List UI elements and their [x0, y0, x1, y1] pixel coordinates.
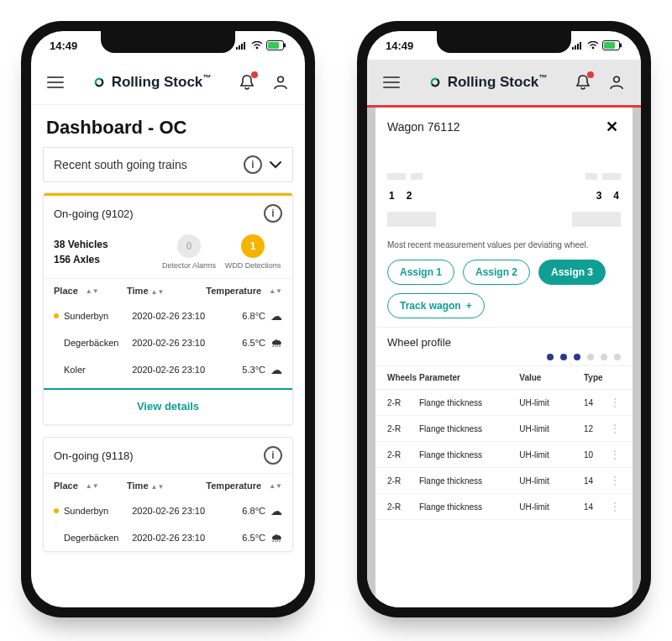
row-more-icon[interactable]: ⋮ [609, 475, 621, 486]
alert-dot-icon [54, 367, 59, 372]
col-place[interactable]: Place [54, 481, 78, 491]
svg-rect-19 [604, 42, 615, 49]
col-parameter[interactable]: Parameter [419, 373, 519, 382]
wheel-num: 4 [613, 190, 619, 202]
row-time: 2020-02-26 23:10 [132, 365, 217, 375]
table-row[interactable]: Sunderbyn 2020-02-26 23:10 6.8°C☁ [44, 302, 292, 329]
row-type: 14 [584, 476, 609, 486]
row-parameter: Flange thickness [419, 476, 519, 486]
row-place: Koler [64, 365, 86, 375]
col-value[interactable]: Value [519, 373, 584, 382]
row-value: UH-limit [519, 450, 584, 460]
svg-point-4 [256, 47, 259, 50]
detector-alarms-stat[interactable]: 0 Detector Alarms [160, 234, 218, 270]
page-dot [547, 354, 554, 360]
wheel-profile-row[interactable]: 2-R Flange thickness UH-limit 14 ⋮ [375, 468, 633, 494]
svg-rect-18 [620, 44, 622, 48]
row-more-icon[interactable]: ⋮ [609, 449, 621, 460]
col-time[interactable]: Time [127, 481, 148, 491]
table-row[interactable]: Degerbäcken 2020-02-26 23:10 6.5°C🌧 [44, 329, 292, 356]
axles-count: 156 Axles [54, 252, 155, 267]
info-icon[interactable]: i [264, 446, 282, 465]
row-wheels: 2-R [387, 476, 419, 486]
col-time[interactable]: Time [127, 286, 148, 296]
wdd-badge: 1 [241, 234, 265, 258]
wagon-diagram: 1 2 3 4 [375, 146, 633, 234]
table-row[interactable]: Koler 2020-02-26 23:10 5.3°C☁ [44, 356, 292, 383]
page-dot [601, 354, 607, 360]
info-icon[interactable]: i [264, 204, 282, 223]
notifications-button[interactable] [570, 70, 596, 95]
col-place[interactable]: Place [54, 286, 78, 296]
profile-button[interactable] [268, 70, 293, 95]
recent-trains-dropdown[interactable]: Recent south going trains i [43, 147, 293, 182]
assign-1-button[interactable]: Assign 1 [387, 260, 454, 285]
col-temperature[interactable]: Temperature [206, 481, 261, 491]
row-value: UH-limit [519, 502, 584, 512]
row-more-icon[interactable]: ⋮ [609, 501, 621, 512]
col-wheels[interactable]: Wheels [387, 373, 419, 382]
battery-icon [602, 40, 622, 50]
row-more-icon[interactable]: ⋮ [609, 397, 621, 408]
pagination-dots[interactable] [375, 354, 633, 365]
track-wagon-button[interactable]: Track wagon+ [387, 293, 485, 318]
notification-dot-icon [587, 71, 594, 78]
row-place: Degerbäcken [64, 338, 118, 348]
table-header: Place▲▼ Time▲▼ Temperature▲▼ [44, 278, 292, 302]
brand-tm: ™ [538, 73, 547, 82]
phone-frame-left: 14:49 [21, 21, 315, 617]
row-type: 12 [584, 424, 609, 433]
menu-button[interactable] [43, 70, 68, 95]
info-icon[interactable]: i [244, 155, 262, 174]
menu-button[interactable] [379, 70, 404, 95]
svg-rect-14 [577, 44, 579, 50]
brand-logo: Rolling Stock™ [76, 73, 226, 91]
svg-point-16 [592, 47, 595, 50]
status-time: 14:49 [50, 39, 77, 52]
row-type: 14 [584, 398, 609, 407]
wheel-profile-row[interactable]: 2-R Flange thickness UH-limit 14 ⋮ [375, 494, 633, 520]
brand-tm: ™ [202, 73, 211, 82]
svg-rect-15 [580, 42, 581, 50]
table-row[interactable]: Sunderbyn 2020-02-26 23:10 6.8°C☁ [44, 497, 292, 524]
svg-rect-6 [284, 44, 286, 48]
close-button[interactable]: ✕ [602, 118, 621, 136]
view-details-link[interactable]: View details [44, 388, 292, 424]
rain-icon: 🌧 [270, 531, 282, 544]
col-temperature[interactable]: Temperature [206, 286, 261, 296]
wdd-detections-stat[interactable]: 1 WDD Detections [223, 234, 282, 270]
svg-rect-12 [572, 47, 574, 50]
row-wheels: 2-R [387, 398, 419, 407]
profile-button[interactable] [604, 70, 629, 95]
wheel-profile-row[interactable]: 2-R Flange thickness UH-limit 14 ⋮ [375, 390, 633, 416]
rain-icon: 🌧 [270, 336, 282, 349]
assign-3-button[interactable]: Assign 3 [538, 260, 606, 285]
row-type: 10 [584, 450, 609, 460]
sort-icon: ▲▼ [86, 482, 99, 490]
row-place: Sunderbyn [64, 506, 108, 516]
assign-2-button[interactable]: Assign 2 [463, 260, 530, 285]
row-time: 2020-02-26 23:10 [132, 311, 217, 321]
wheel-profile-row[interactable]: 2-R Flange thickness UH-limit 12 ⋮ [375, 416, 633, 442]
col-type[interactable]: Type [584, 373, 609, 382]
table-header: Place▲▼ Time▲▼ Temperature▲▼ [44, 473, 292, 497]
sort-icon: ▲▼ [151, 288, 165, 296]
page-title: Dashboard - OC [31, 105, 305, 147]
svg-point-11 [278, 76, 284, 82]
table-row[interactable]: Degerbäcken 2020-02-26 23:10 6.5°C🌧 [44, 524, 292, 551]
row-more-icon[interactable]: ⋮ [609, 423, 621, 434]
row-place: Sunderbyn [64, 311, 108, 321]
alert-dot-icon [54, 535, 59, 540]
row-time: 2020-02-26 23:10 [132, 338, 217, 348]
detector-alarms-label: Detector Alarms [162, 261, 216, 270]
row-value: UH-limit [519, 476, 584, 486]
wheel-num: 2 [407, 190, 412, 202]
wheel-profile-title: Wheel profile [375, 327, 633, 354]
notifications-button[interactable] [234, 70, 260, 95]
vehicles-count: 38 Vehicles [54, 237, 155, 252]
row-place: Degerbäcken [64, 533, 118, 543]
modal-title: Wagon 76112 [387, 120, 602, 134]
card-title: On-going (9118) [54, 449, 264, 462]
svg-rect-3 [244, 42, 245, 50]
wheel-profile-row[interactable]: 2-R Flange thickness UH-limit 10 ⋮ [375, 442, 633, 468]
